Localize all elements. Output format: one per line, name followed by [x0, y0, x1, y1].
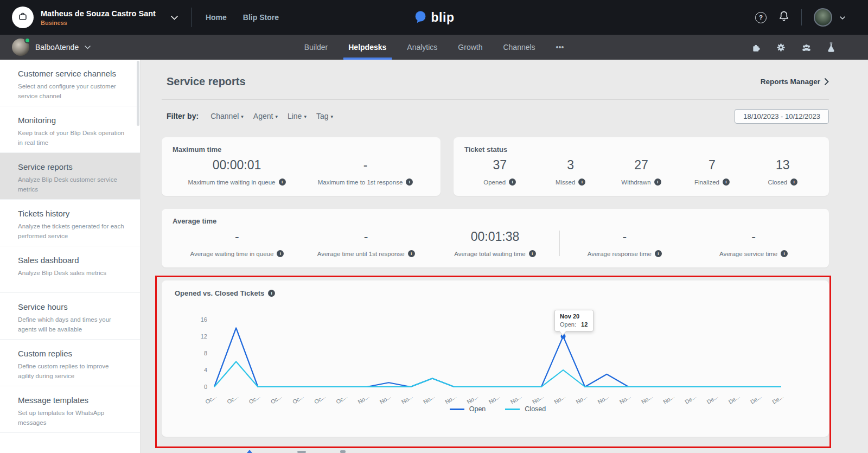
- stat-label-text: Average waiting time in queue: [190, 251, 273, 257]
- info-icon[interactable]: i: [509, 178, 516, 186]
- x-axis-label: No...: [618, 393, 632, 405]
- bot-name: BalboAtende: [35, 43, 79, 52]
- sidebar-items: Customer service channelsSelect and conf…: [0, 60, 140, 433]
- info-icon[interactable]: i: [408, 250, 415, 257]
- filter-dropdown-label: Channel: [210, 112, 239, 120]
- user-avatar[interactable]: [814, 8, 832, 27]
- filter-dropdown-channel[interactable]: Channel▾: [210, 112, 244, 120]
- stat-label-text: Finalized: [694, 179, 719, 186]
- chart-legend: OpenClosed: [214, 405, 781, 413]
- info-icon[interactable]: i: [781, 250, 788, 257]
- sidebar-item-description: Analyze Blip Desk sales metrics: [18, 268, 126, 278]
- date-range-picker[interactable]: 18/10/2023 - 10/12/2023: [735, 109, 829, 124]
- chevron-down-icon: ▾: [304, 114, 307, 119]
- blip-logo: blip: [414, 0, 455, 35]
- sidebar-item-description: Keep track of your Blip Desk operation i…: [18, 128, 126, 148]
- account-chevron-down-icon[interactable]: [171, 12, 178, 22]
- sidebar-item-customer-service-channels[interactable]: Customer service channelsSelect and conf…: [0, 60, 140, 106]
- filter-dropdown-line[interactable]: Line▾: [288, 112, 307, 120]
- x-axis-label: No...: [509, 393, 523, 405]
- info-icon[interactable]: i: [723, 178, 730, 186]
- sidebar-item-sales-dashboard[interactable]: Sales dashboardAnalyze Blip Desk sales m…: [0, 246, 140, 293]
- legend-item-closed[interactable]: Closed: [505, 405, 546, 413]
- settings-gear-icon[interactable]: [776, 42, 786, 53]
- x-axis-label: No...: [575, 393, 588, 405]
- sidebar-item-service-reports[interactable]: Service reportsAnalyze Blip Desk custome…: [0, 153, 140, 200]
- peek-shape: [247, 450, 252, 453]
- puzzle-extensions-icon[interactable]: [751, 42, 761, 53]
- tab-helpdesks[interactable]: Helpdesks: [338, 35, 397, 60]
- sidebar-item-title: Service hours: [18, 302, 126, 311]
- stat-label-text: Maximum time to 1st response: [318, 179, 403, 186]
- stat-label: Average total waiting timei: [454, 250, 535, 257]
- info-icon[interactable]: i: [578, 178, 585, 186]
- info-icon[interactable]: i: [529, 250, 536, 257]
- stat-value: 7: [709, 158, 716, 173]
- info-icon[interactable]: i: [790, 178, 797, 186]
- topbar-right-divider: [801, 9, 802, 25]
- stat-average-time-until-1st-response: -Average time until 1st responsei: [302, 229, 431, 257]
- info-icon[interactable]: i: [655, 250, 662, 257]
- sidebar-item-monitoring[interactable]: MonitoringKeep track of your Blip Desk o…: [0, 106, 140, 153]
- sidebar-item-custom-replies[interactable]: Custom repliesDefine custom replies to i…: [0, 340, 140, 386]
- notifications-bell-icon[interactable]: [778, 10, 789, 24]
- info-icon[interactable]: i: [406, 178, 413, 186]
- legend-item-open[interactable]: Open: [450, 405, 486, 413]
- stat-value: 00:01:38: [471, 229, 520, 244]
- stat-label-text: Average total waiting time: [454, 251, 525, 257]
- peek-shape: [297, 451, 306, 453]
- sidebar-item-title: Customer service channels: [18, 69, 126, 78]
- tab-more[interactable]: •••: [546, 35, 575, 60]
- stat-label: Closedi: [768, 178, 797, 186]
- sidebar: Customer service channelsSelect and conf…: [0, 60, 141, 453]
- stat-label-text: Average service time: [719, 251, 777, 257]
- x-axis-label: No...: [444, 393, 457, 405]
- x-axis-label: No...: [356, 393, 370, 405]
- nav-tabs: BuilderHelpdesksAnalyticsGrowthChannels•…: [294, 35, 575, 60]
- experiment-flask-icon[interactable]: [827, 42, 835, 53]
- stat-label: Average waiting time in queuei: [190, 250, 284, 257]
- user-menu-chevron-down-icon[interactable]: [840, 12, 845, 22]
- account-switcher[interactable]: Matheus de Souza Castro Sant Business: [12, 7, 156, 28]
- stat-label-text: Opened: [483, 179, 506, 186]
- legend-label: Open: [469, 405, 486, 413]
- help-icon[interactable]: ?: [755, 12, 767, 23]
- stat-value: -: [363, 158, 368, 173]
- filter-dropdown-agent[interactable]: Agent▾: [253, 112, 278, 120]
- x-axis-label: De...: [684, 393, 697, 405]
- bot-switcher[interactable]: BalboAtende: [12, 39, 91, 56]
- card-title: Ticket status: [464, 145, 818, 154]
- stat-value: 13: [776, 158, 790, 173]
- info-icon[interactable]: i: [279, 178, 286, 186]
- chevron-down-icon: ▾: [275, 114, 278, 119]
- opened-vs-closed-chart-card: Opened vs. Closed Tickets i 0481216Oc...…: [162, 280, 829, 437]
- stat-average-service-time: -Average service timei: [689, 229, 818, 257]
- sidebar-item-service-hours[interactable]: Service hoursDefine which days and times…: [0, 293, 140, 340]
- audience-users-icon[interactable]: [801, 42, 812, 53]
- sidebar-item-tickets-history[interactable]: Tickets historyAnalyze the tickets gener…: [0, 200, 140, 246]
- topbar-link-home[interactable]: Home: [206, 13, 227, 22]
- stat-label: Average service timei: [719, 250, 788, 257]
- x-axis-label: No...: [422, 393, 436, 405]
- info-icon[interactable]: i: [654, 178, 661, 186]
- y-axis-tick: 16: [201, 316, 207, 323]
- sidebar-scrollbar[interactable]: [137, 61, 139, 126]
- stat-value: -: [235, 229, 239, 244]
- ticket-status-stats: 37Openedi3Missedi27Withdrawni7Finalizedi…: [464, 158, 818, 186]
- reports-manager-link[interactable]: Reports Manager: [761, 78, 829, 86]
- filter-dropdown-tag[interactable]: Tag▾: [316, 112, 333, 120]
- info-icon[interactable]: i: [277, 250, 284, 257]
- tab-channels[interactable]: Channels: [493, 35, 545, 60]
- tab-growth[interactable]: Growth: [448, 35, 493, 60]
- x-axis-label: Oc...: [335, 393, 348, 405]
- chevron-down-icon: ▾: [331, 114, 334, 119]
- x-axis-label: No...: [531, 393, 545, 405]
- tooltip-series-label: Open:: [560, 321, 576, 328]
- sidebar-item-title: Sales dashboard: [18, 256, 126, 265]
- tab-builder[interactable]: Builder: [294, 35, 339, 60]
- topbar-link-blip-store[interactable]: Blip Store: [243, 13, 279, 22]
- sidebar-item-message-templates[interactable]: Message templatesSet up templates for Wh…: [0, 386, 140, 433]
- filter-dropdowns: Channel▾Agent▾Line▾Tag▾: [201, 112, 333, 120]
- x-axis-label: No...: [662, 393, 675, 405]
- tab-analytics[interactable]: Analytics: [397, 35, 448, 60]
